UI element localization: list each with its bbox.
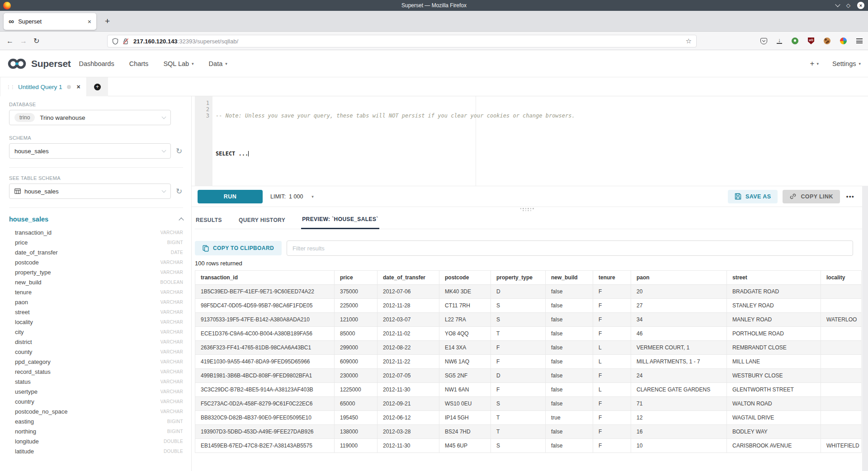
tab-query-history[interactable]: QUERY HISTORY [238,217,286,229]
column-name: ppd_category [15,358,51,365]
column-name: northing [15,428,36,435]
copy-pages-icon [203,245,209,252]
sql-statement: SELECT ... [216,151,248,157]
column-name: new_build [15,279,42,286]
nav-data[interactable]: Data▾ [209,60,227,67]
window-close-icon[interactable]: × [857,2,864,9]
lock-insecure-icon[interactable] [123,38,129,45]
save-as-button[interactable]: SAVE AS [728,190,778,203]
query-tabstrip: ⋮⋮ Untitled Query 1 × + [0,77,868,96]
column-name: paon [15,299,28,306]
ublock-origin-icon[interactable]: uO [808,38,814,44]
copy-link-button[interactable]: COPY LINK [783,190,840,203]
query-tab-close-icon[interactable]: × [77,83,80,90]
browser-tab-title: Superset [18,18,42,25]
tab-preview-house-sales[interactable]: PREVIEW: `HOUSE_SALES` [301,216,379,229]
superset-favicon-icon: ∞ [9,18,14,25]
menu-icon[interactable] [856,38,863,43]
bookmark-star-icon[interactable]: ☆ [686,37,692,45]
table-schema-header[interactable]: house_sales [9,216,183,223]
collapse-up-icon[interactable] [179,217,184,222]
shield-permissions-icon[interactable] [112,38,118,45]
pocket-icon[interactable] [760,38,767,44]
privacy-badger-icon[interactable] [792,38,798,44]
new-item-button[interactable]: +▾ [810,59,819,68]
browser-toolbar: ← → ↻ 217.160.120.143:32393/superset/sql… [0,32,868,50]
results-tabs: RESULTS QUERY HISTORY PREVIEW: `HOUSE_SA… [195,216,862,229]
nav-sql-lab[interactable]: SQL Lab▾ [163,60,193,67]
column-header[interactable]: postcode [439,271,491,285]
column-name: county [15,349,32,355]
column-row: tenure VARCHAR [9,287,183,297]
column-row: postcode VARCHAR [9,257,183,267]
more-options-button[interactable]: ••• [846,193,854,200]
column-name: easting [15,418,34,425]
schema-select[interactable]: house_sales [9,143,171,159]
caret-down-icon: ▾ [311,194,314,199]
column-header[interactable]: price [335,271,377,285]
browser-tab[interactable]: ∞ Superset × [4,13,96,30]
caret-down-icon: ▾ [225,61,227,66]
sql-editor[interactable]: 1 2 3 -- Note: Unless you save your quer… [192,96,862,186]
new-tab-button[interactable]: + [105,17,110,25]
column-header[interactable]: paon [631,271,727,285]
chevron-down-icon [162,115,166,119]
column-header[interactable]: tenure [593,271,631,285]
table-schema-label: SEE TABLE SCHEMA [9,175,183,181]
table-select[interactable]: house_sales [9,184,171,199]
tab-results[interactable]: RESULTS [195,217,223,229]
refresh-table-icon[interactable]: ↻ [175,187,183,196]
pane-resize-handle[interactable] [519,208,535,211]
query-tab-active[interactable]: ⋮⋮ Untitled Query 1 × [0,77,87,96]
column-name: longitude [15,438,39,445]
vertical-scrollbar[interactable] [862,186,868,471]
results-table: transaction_idpricedate_of_transferpostc… [195,270,862,453]
column-header[interactable]: date_of_transfer [377,271,439,285]
chevron-down-icon [162,188,166,193]
window-maximize-icon[interactable]: ◇ [846,2,850,9]
column-row: latitude DOUBLE [9,446,183,456]
window-minimize-icon[interactable] [835,2,840,7]
run-button[interactable]: RUN [198,190,263,203]
nav-charts[interactable]: Charts [129,60,149,67]
database-select[interactable]: trino Trino warehouse [9,110,171,125]
browser-tabstrip: ∞ Superset × + [0,11,868,32]
column-header[interactable]: transaction_id [195,271,335,285]
column-type: VARCHAR [160,389,183,394]
extension-colorwheel-icon[interactable] [840,38,847,44]
add-query-tab-button[interactable]: + [87,77,108,96]
column-header[interactable]: locality [821,271,862,285]
settings-menu[interactable]: Settings▾ [832,60,861,67]
editor-toolbar: RUN LIMIT: 1 000 ▾ SAVE AS [192,186,862,207]
link-chain-icon [789,193,797,200]
schema-value: house_sales [14,148,49,155]
forward-icon[interactable]: → [20,32,27,50]
copy-to-clipboard-button[interactable]: COPY TO CLIPBOARD [195,241,282,255]
column-row: street VARCHAR [9,307,183,317]
nav-dashboards[interactable]: Dashboards [79,60,114,67]
column-type: VARCHAR [160,379,183,384]
column-row: county VARCHAR [9,347,183,357]
column-header[interactable]: street [727,271,821,285]
table-row: F5C273AC-0D2A-458F-8279-9C61F0C22EC6 650… [195,397,862,411]
results-pane: RESULTS QUERY HISTORY PREVIEW: `HOUSE_SA… [192,207,862,471]
tab-close-icon[interactable]: × [88,18,91,25]
filter-results-input[interactable] [287,240,853,256]
downloads-icon[interactable]: ↓ [777,38,782,44]
column-name: date_of_transfer [15,249,58,256]
reload-icon[interactable]: ↻ [33,32,39,50]
limit-control[interactable]: LIMIT: 1 000 ▾ [270,193,314,200]
superset-brand[interactable]: Superset [7,57,71,71]
back-icon[interactable]: ← [6,32,14,50]
cookie-extension-icon[interactable] [824,38,830,44]
column-row: ppd_category VARCHAR [9,357,183,367]
column-header[interactable]: property_type [491,271,546,285]
column-row: date_of_transfer DATE [9,247,183,257]
refresh-schema-icon[interactable]: ↻ [175,146,183,156]
table-row: 419E1030-9A55-4467-8DA9-9FED95D65966 609… [195,355,862,369]
database-type-badge: trino [14,113,35,122]
url-bar[interactable]: 217.160.120.143:32393/superset/sqllab/ ☆ [107,35,697,47]
drag-handle-icon[interactable]: ⋮⋮ [6,85,14,89]
column-header[interactable]: new_build [546,271,593,285]
chevron-down-icon [162,148,166,153]
